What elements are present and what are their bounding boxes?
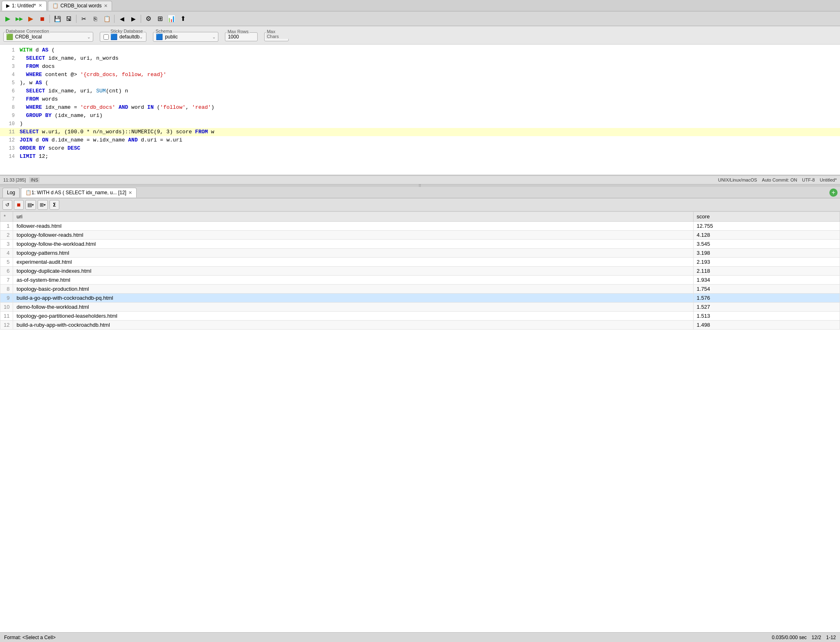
table-row[interactable]: 4 topology-patterns.html 3.198 [0,249,840,258]
row-score: 12.755 [693,222,840,231]
table-row[interactable]: 3 topology-follow-the-workload.html 3.54… [0,240,840,249]
schema-label: Schema [155,29,173,34]
sql-line-3: 3 FROM docs [0,63,840,71]
result-stop-button[interactable]: ⏹ [14,200,24,210]
log-tab[interactable]: Log [2,188,20,198]
row-score: 3.545 [693,240,840,249]
row-score: 1.934 [693,276,840,285]
row-uri: build-a-go-app-with-cockroachdb-pq.html [13,294,693,303]
row-num: 6 [0,267,13,276]
row-score: 1.754 [693,285,840,294]
row-uri: experimental-audit.html [13,258,693,267]
sql-line-11: 11 SELECT w.uri, (100.0 * n/n_words)::NU… [0,128,840,136]
table-row[interactable]: 8 topology-basic-production.html 1.754 [0,285,840,294]
sql-line-5: 5 ), w AS ( [0,79,840,87]
row-num: 9 [0,294,13,303]
row-display-dropdown[interactable]: ▤ ▾ [25,200,36,210]
row-score: 2.118 [693,267,840,276]
row-score: 1.498 [693,321,840,330]
run-button[interactable]: ▶ [2,13,13,24]
play-icon: ▶ [6,3,10,9]
filter-button[interactable]: 𝝨 [49,200,59,210]
run-script-button[interactable]: ▶ [25,13,36,24]
table-row[interactable]: 11 topology-geo-partitioned-leaseholders… [0,312,840,321]
bottom-status-bar: Format: <Select a Cell> 0.035/0.000 sec … [0,632,840,642]
table-row[interactable]: 1 follower-reads.html 12.755 [0,222,840,231]
col-header-star: * [0,212,13,222]
col-header-uri: uri [13,212,693,222]
paste-button[interactable]: 📋 [101,13,112,24]
sticky-check-input[interactable] [103,34,109,40]
main-toolbar: ▶ ▶▶ ▶ ⏹ 💾 🖫 ✂ ⎘ 📋 ◀ ▶ ⚙ ⊞ 📊 ⬆ [0,11,840,26]
column-dropdown[interactable]: ⊞ ▾ [38,200,48,210]
settings-button[interactable]: ⚙ [143,13,154,24]
row-uri: demo-follow-the-workload.html [13,303,693,312]
save-button[interactable]: 💾 [52,13,63,24]
query-result-tab[interactable]: 📋 1: WITH d AS ( SELECT idx_name, u... [… [21,188,137,198]
back-button[interactable]: ◀ [117,13,127,24]
table-row[interactable]: 12 build-a-ruby-app-with-cockroachdb.htm… [0,321,840,330]
chart-button[interactable]: 📊 [166,13,177,24]
result-toolbar: ↺ ⏹ ▤ ▾ ⊞ ▾ 𝝨 [0,198,840,211]
refresh-button[interactable]: ↺ [2,200,12,210]
max-rows-label: Max Rows [227,29,249,34]
sticky-db-icon: 🟦 [110,34,117,40]
row-num: 7 [0,276,13,285]
row-uri: topology-geo-partitioned-leaseholders.ht… [13,312,693,321]
export-button[interactable]: ⬆ [177,13,188,24]
row-num: 8 [0,285,13,294]
max-rows-value: 1000 [228,34,239,40]
row-score: 4.128 [693,231,840,240]
row-count-status: 12/2 [812,635,821,640]
connection-bar: Database Connection 🟩 CRDB_local ⌄ Stick… [0,26,840,45]
max-chars-label: Max Chars [266,29,289,39]
row-uri: build-a-ruby-app-with-cockroachdb.html [13,321,693,330]
table-row[interactable]: 5 experimental-audit.html 2.193 [0,258,840,267]
cut-button[interactable]: ✂ [79,13,89,24]
tab-untitled[interactable]: ▶ 1: Untitled* ✕ [2,1,47,11]
row-score: 1.513 [693,312,840,321]
table-row[interactable]: 6 topology-duplicate-indexes.html 2.118 [0,267,840,276]
table-row[interactable]: 2 topology-follower-reads.html 4.128 [0,231,840,240]
log-tab-label: Log [7,190,15,195]
row-num: 5 [0,258,13,267]
encoding: UTF-8 [802,177,815,182]
row-num: 11 [0,312,13,321]
copy-button[interactable]: ⎘ [90,13,101,24]
stop-button[interactable]: ⏹ [37,13,47,24]
tab-crdb-close[interactable]: ✕ [104,3,108,9]
table-row[interactable]: 10 demo-follow-the-workload.html 1.527 [0,303,840,312]
sql-line-9: 9 GROUP BY (idx_name, uri) [0,112,840,120]
row-range-status: 1-12 [826,635,836,640]
forward-button[interactable]: ▶ [128,13,139,24]
save-as-button[interactable]: 🖫 [63,13,74,24]
add-result-tab-button[interactable]: + [829,189,838,197]
sql-line-2: 2 SELECT idx_name, uri, n_words [0,54,840,63]
row-num: 2 [0,231,13,240]
sql-line-6: 6 SELECT idx_name, uri, SUM(cnt) n [0,87,840,95]
timing-status: 0.035/0.000 sec [772,635,806,640]
row-uri: follower-reads.html [13,222,693,231]
insert-mode: INS [29,177,40,183]
grid-view-button[interactable]: ⊞ [155,13,165,24]
tab-crdb[interactable]: 📋 CRDB_local words ✕ [48,1,112,11]
row-uri: topology-patterns.html [13,249,693,258]
db-arrow-icon: ⌄ [87,35,90,39]
sticky-db-field[interactable]: 🟦 defaultdb ⌄ [110,34,143,40]
tab-untitled-close[interactable]: ✕ [38,3,42,8]
table-row-highlighted[interactable]: 9 build-a-go-app-with-cockroachdb-pq.htm… [0,294,840,303]
sql-editor[interactable]: 1 WITH d AS ( 2 SELECT idx_name, uri, n_… [0,45,840,175]
result-tab-close[interactable]: ✕ [128,190,132,195]
sql-line-8: 8 WHERE idx_name = 'crdb_docs' AND word … [0,103,840,112]
schema-value: public [165,34,177,40]
tab-crdb-label: CRDB_local words [61,3,102,9]
row-num: 10 [0,303,13,312]
separator-4 [141,15,141,23]
cursor-position: 11:33 [285] [3,177,26,182]
sticky-db-label: Sticky Database [110,29,144,34]
table-row[interactable]: 7 as-of-system-time.html 1.934 [0,276,840,285]
run-all-button[interactable]: ▶▶ [14,13,25,24]
tab-bar: ▶ 1: Untitled* ✕ 📋 CRDB_local words ✕ [0,0,840,11]
result-table-container: * uri score 1 follower-reads.html 12.755… [0,211,840,632]
format-status: Format: <Select a Cell> [4,635,56,640]
